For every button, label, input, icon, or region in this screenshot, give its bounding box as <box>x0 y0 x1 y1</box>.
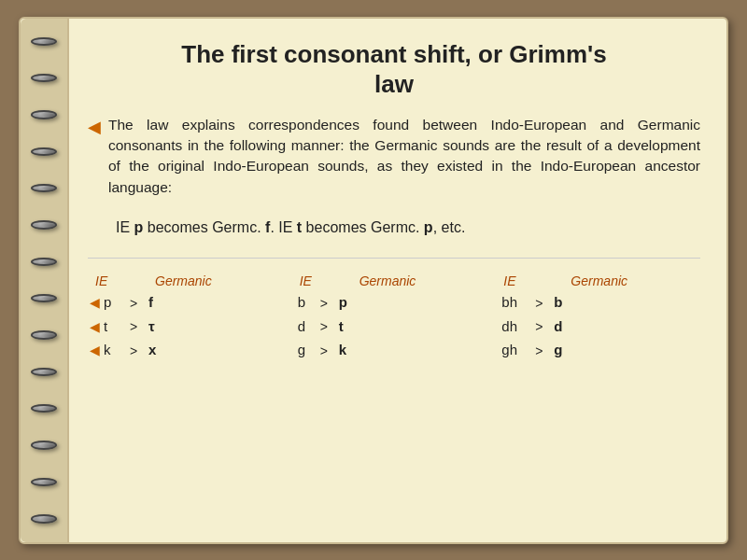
table-col-3: IE Germanic bh > b dh > d gh > g <box>496 273 700 523</box>
cell-ie: k <box>104 340 130 361</box>
table-row: d > t <box>292 316 497 338</box>
cell-arrow: > <box>320 296 339 311</box>
header-gmc-label-1: Germanic <box>155 273 212 288</box>
spiral-ring <box>31 294 57 302</box>
spiral-ring <box>31 404 57 413</box>
table-row: g > k <box>292 340 497 361</box>
spiral-ring <box>31 110 57 119</box>
row-bullet-icon: ◀ <box>90 317 100 337</box>
spiral-ring <box>31 147 57 156</box>
cell-arrow: > <box>320 319 339 334</box>
table-header-row-2: IE Germanic <box>292 273 497 288</box>
cell-gmc: k <box>339 340 373 361</box>
cell-gmc: f <box>148 292 182 314</box>
example-line: IE p becomes Germc. f. IE t becomes Germ… <box>116 217 700 239</box>
cell-arrow: > <box>130 296 148 311</box>
spiral-ring <box>31 330 57 339</box>
header-ie-2: IE <box>300 273 326 288</box>
table-col-1: IE Germanic ◀ p > f ◀ t > τ ◀ <box>88 273 292 523</box>
table-section: IE Germanic ◀ p > f ◀ t > τ ◀ <box>88 273 700 523</box>
spiral-ring <box>31 514 57 523</box>
cell-gmc: g <box>554 340 587 361</box>
header-gmc-1 <box>129 273 148 288</box>
header-gmc-3 <box>544 273 563 288</box>
cell-ie: b <box>294 292 320 314</box>
header-ie-1: IE <box>95 273 121 288</box>
cell-ie: dh <box>498 316 535 338</box>
table-row: ◀ t > τ <box>88 316 292 338</box>
cell-gmc: t <box>339 316 373 338</box>
cell-gmc: τ <box>148 316 182 338</box>
cell-arrow: > <box>535 343 554 358</box>
spiral-ring <box>31 37 57 46</box>
bullet-section: ◀ The law explains correspondences found… <box>88 115 700 204</box>
table-row: ◀ p > f <box>88 292 292 314</box>
notebook: The first consonant shift, or Grimm's la… <box>19 17 728 544</box>
header-gmc-label-2: Germanic <box>359 273 416 288</box>
table-row: gh > g <box>496 340 700 361</box>
table-header-row-3: IE Germanic <box>496 273 700 288</box>
cell-arrow: > <box>130 319 148 334</box>
cell-gmc: p <box>339 292 373 314</box>
cell-ie: d <box>294 316 320 338</box>
cell-gmc: d <box>554 316 587 338</box>
bullet-item: ◀ The law explains correspondences found… <box>88 115 700 199</box>
spiral-ring <box>31 478 57 486</box>
cell-ie: p <box>104 292 130 314</box>
table-col-2: IE Germanic b > p d > t g > k <box>292 273 497 523</box>
table-row: dh > d <box>496 316 700 338</box>
row-bullet-icon: ◀ <box>90 341 100 360</box>
cell-arrow: > <box>535 319 554 334</box>
table-row: b > p <box>292 292 497 314</box>
cell-ie: gh <box>498 340 535 361</box>
header-gmc-2 <box>333 273 352 288</box>
spiral-ring <box>31 368 57 376</box>
table-row: bh > b <box>496 292 700 314</box>
header-ie-3: IE <box>503 273 537 288</box>
table-row: ◀ k > x <box>88 340 292 361</box>
spiral-ring <box>31 258 57 266</box>
table-header-row-1: IE Germanic <box>88 273 292 288</box>
cell-ie: bh <box>498 292 535 314</box>
row-bullet-icon: ◀ <box>90 293 100 313</box>
header-gmc-label-3: Germanic <box>571 273 627 288</box>
cell-gmc: b <box>554 292 587 314</box>
spiral-ring <box>31 74 57 82</box>
divider <box>88 258 700 259</box>
bullet-text: The law explains correspondences found b… <box>108 115 700 199</box>
spiral-ring <box>31 184 57 192</box>
cell-ie: t <box>104 316 130 338</box>
slide-title: The first consonant shift, or Grimm's la… <box>88 39 700 100</box>
cell-arrow: > <box>130 343 148 358</box>
spiral-ring <box>31 441 57 449</box>
cell-arrow: > <box>535 296 554 311</box>
bullet-icon: ◀ <box>88 116 101 139</box>
cell-arrow: > <box>320 343 339 358</box>
cell-gmc: x <box>148 340 182 361</box>
spiral-binding <box>21 19 69 542</box>
cell-ie: g <box>294 340 320 361</box>
content-area: The first consonant shift, or Grimm's la… <box>69 19 726 542</box>
spiral-ring <box>31 220 57 229</box>
